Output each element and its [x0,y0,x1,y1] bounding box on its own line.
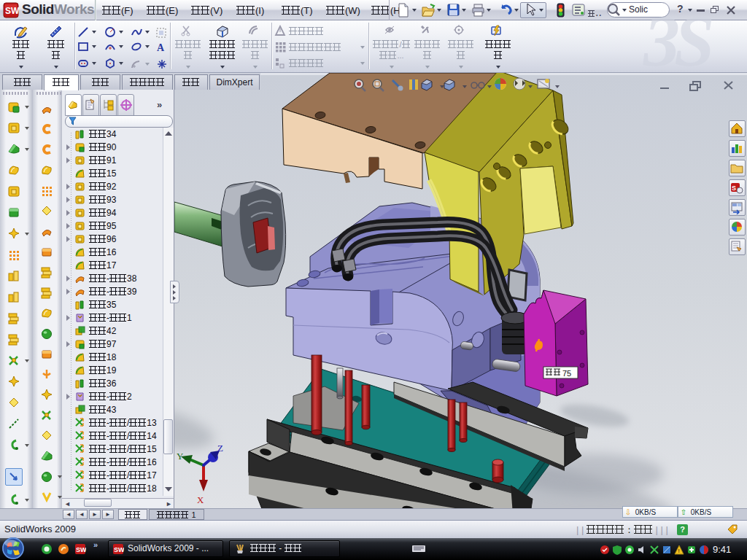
svg-text:Y: Y [177,451,184,462]
svg-text:S: S [732,184,736,192]
svg-text:Z: Z [217,443,223,454]
svg-text:75: 75 [562,369,571,378]
svg-text:X: X [197,494,204,505]
svg-text:A: A [157,42,165,52]
svg-text:SW: SW [5,6,19,16]
svg-text:SW: SW [114,546,124,553]
svg-text:!: ! [678,548,680,554]
svg-text:SW: SW [76,546,86,553]
